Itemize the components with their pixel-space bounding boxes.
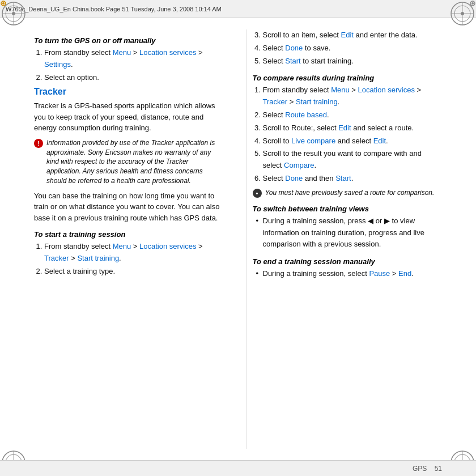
gps-toggle-title: To turn the GPS on or off manually <box>34 36 224 45</box>
compare-step-6: Select Done and then Start. <box>263 173 443 185</box>
note-icon: ! <box>34 139 43 148</box>
corner-decoration-tl <box>0 0 27 27</box>
switch-title: To switch between training views <box>253 205 443 213</box>
end-session-title: To end a training session manually <box>253 257 443 266</box>
switch-list: During a training session, press ◀ or ▶ … <box>256 215 443 250</box>
start-step-1: From standby select Menu > Location serv… <box>44 241 224 265</box>
step-4: Select Done to save. <box>263 42 443 54</box>
step-3: Scroll to an item, select Edit and enter… <box>263 29 443 41</box>
compare-title: To compare results during training <box>253 74 443 82</box>
note-text: Information provided by use of the Track… <box>46 138 224 186</box>
start-link-1: Start <box>285 57 300 65</box>
live-compare-link: Live compare <box>291 137 335 145</box>
svg-point-13 <box>471 2 474 5</box>
tracker-title: Tracker <box>34 87 224 97</box>
menu-link-1: Menu <box>113 48 131 57</box>
edit-link-3: Edit <box>373 137 386 145</box>
start-training-link-1: Start training <box>77 254 119 262</box>
location-link-2: Location services <box>139 242 196 250</box>
route-based-link: Route based <box>285 110 327 119</box>
tracker-note: ! Information provided by use of the Tra… <box>34 138 224 186</box>
tracker-body: You can base the training on how long ti… <box>34 190 224 224</box>
tracker-link-1: Tracker <box>44 254 69 262</box>
header-text: W760c_Deena_UG_En China.book Page 51 Tue… <box>6 6 222 12</box>
gps-step-1: From standby select Menu > Location serv… <box>44 47 224 71</box>
start-step-2: Select a training type. <box>44 266 224 278</box>
svg-point-6 <box>2 2 5 5</box>
compare-link: Compare <box>284 161 314 169</box>
footer-page: 51 <box>435 465 442 473</box>
done-link-2: Done <box>285 174 303 182</box>
step-5: Select Start to start training. <box>263 56 443 67</box>
edit-link-2: Edit <box>338 124 351 132</box>
gps-toggle-steps: From standby select Menu > Location serv… <box>44 47 224 83</box>
start-training-link-2: Start training <box>296 97 338 106</box>
svg-point-11 <box>461 12 464 15</box>
tracker-intro: Tracker is a GPS-based sports applicatio… <box>34 100 224 134</box>
compare-steps: From standby select Menu > Location serv… <box>263 84 443 184</box>
gps-step-2: Select an option. <box>44 72 224 84</box>
done-link-1: Done <box>285 44 303 52</box>
compare-note-icon: • <box>253 189 262 198</box>
corner-decoration-tr <box>449 0 476 27</box>
continued-steps: Scroll to an item, select Edit and enter… <box>263 29 443 67</box>
footer-bar: GPS 51 <box>0 460 476 476</box>
header-bar: W760c_Deena_UG_En China.book Page 51 Tue… <box>0 0 476 18</box>
compare-step-1: From standby select Menu > Location serv… <box>263 84 443 108</box>
tracker-link-2: Tracker <box>263 97 288 106</box>
left-column: To turn the GPS on or off manually From … <box>34 29 230 449</box>
start-training-title: To start a training session <box>34 230 224 239</box>
compare-step-2: Select Route based. <box>263 109 443 121</box>
footer-label: GPS <box>413 465 427 473</box>
start-training-steps: From standby select Menu > Location serv… <box>44 241 224 277</box>
compare-note: • You must have previously saved a route… <box>253 188 443 198</box>
menu-link-2: Menu <box>113 242 131 250</box>
compare-step-4: Scroll to Live compare and select Edit. <box>263 135 443 147</box>
location-link-1: Location services <box>139 48 196 57</box>
location-link-3: Location services <box>358 86 415 94</box>
main-content: To turn the GPS on or off manually From … <box>0 18 476 460</box>
pause-link: Pause <box>369 269 390 278</box>
right-column: Scroll to an item, select Edit and enter… <box>246 29 443 449</box>
end-session-list: During a training session, select Pause … <box>256 268 443 280</box>
compare-step-3: Scroll to Route:, select Edit and select… <box>263 122 443 134</box>
switch-bullet: During a training session, press ◀ or ▶ … <box>256 215 443 250</box>
start-link-2: Start <box>335 174 351 182</box>
svg-point-4 <box>12 12 15 15</box>
settings-link-1: Settings <box>44 60 71 69</box>
compare-step-5: Scroll to the result you want to compare… <box>263 148 443 172</box>
end-link: End <box>398 269 411 278</box>
compare-note-text: You must have previously saved a route f… <box>265 188 435 198</box>
edit-link-1: Edit <box>341 31 354 39</box>
end-session-bullet: During a training session, select Pause … <box>256 268 443 280</box>
menu-link-3: Menu <box>331 86 350 94</box>
